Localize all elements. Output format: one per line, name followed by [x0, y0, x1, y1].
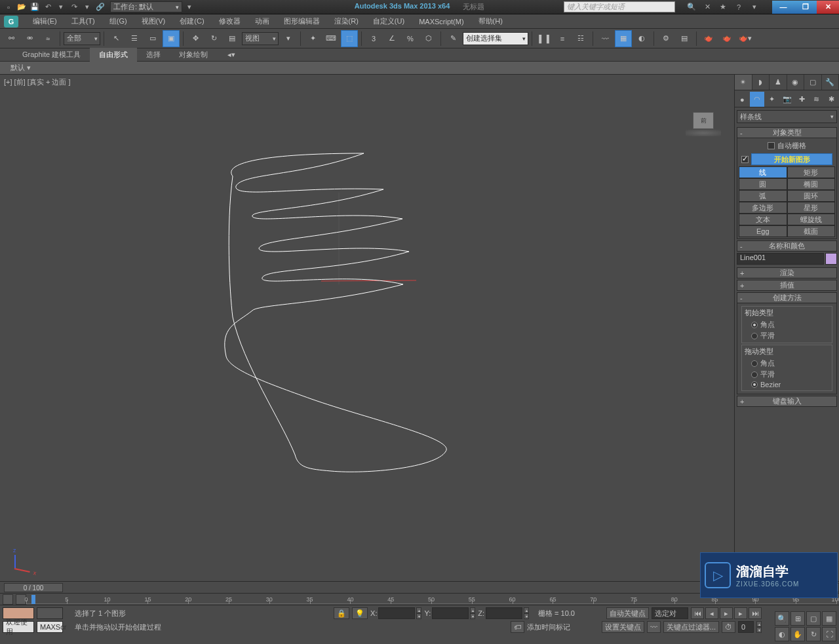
drag-bezier-radio[interactable] — [751, 381, 758, 388]
menu-views[interactable]: 视图(V) — [135, 15, 172, 28]
anim-play-icon[interactable]: ▸ — [720, 607, 733, 619]
shape-button-圆[interactable]: 圆 — [739, 178, 787, 190]
key-filters-button[interactable]: 关键点过滤器... — [663, 621, 719, 633]
menu-animation[interactable]: 动画 — [248, 15, 276, 28]
align-icon[interactable]: ≡ — [554, 30, 571, 47]
cp-sub-geometry-icon[interactable]: ● — [735, 92, 750, 107]
open-file-icon[interactable]: 📂 — [16, 2, 28, 12]
search-go-icon[interactable]: 🔍 — [686, 2, 697, 12]
lock-selection-icon[interactable]: 🔒 — [334, 607, 349, 619]
help-flyout-icon[interactable]: ▾ — [749, 2, 760, 12]
selection-filter-dropdown[interactable]: 全部 — [64, 32, 100, 45]
named-selection-dropdown[interactable]: 创建选择集 — [463, 32, 528, 45]
time-slider[interactable]: 0 / 100 — [4, 583, 63, 592]
menu-edit[interactable]: 编辑(E) — [26, 15, 64, 28]
new-file-icon[interactable]: ▫ — [3, 2, 14, 12]
nav-zoom-icon[interactable]: 🔍 — [775, 611, 789, 626]
start-new-shape-button[interactable]: 开始新图形 — [751, 153, 832, 165]
bind-space-warp-icon[interactable]: ≈ — [39, 30, 56, 47]
exchange-icon[interactable]: ✕ — [701, 2, 713, 12]
anim-prev-frame-icon[interactable]: ◂ — [705, 607, 718, 619]
manipulate-icon[interactable]: ✦ — [304, 30, 321, 47]
menu-customize[interactable]: 自定义(U) — [366, 15, 411, 28]
isolate-icon[interactable]: 💡 — [352, 607, 368, 619]
menu-help[interactable]: 帮助(H) — [472, 15, 509, 28]
coord-y-input[interactable] — [432, 607, 469, 619]
object-name-input[interactable]: Line001 — [737, 253, 824, 265]
undo-icon[interactable]: ↶ — [42, 2, 54, 12]
key-filters-icon[interactable]: 〰 — [647, 621, 661, 633]
menu-group[interactable]: 组(G) — [103, 15, 134, 28]
select-by-name-icon[interactable]: ☰ — [126, 30, 143, 47]
help-icon[interactable]: ? — [733, 2, 745, 12]
pivot-center-icon[interactable]: ▾ — [280, 30, 297, 47]
rollout-creation-method-header[interactable]: -创建方法 — [737, 292, 837, 303]
rollout-interpolation-header[interactable]: +插值 — [737, 280, 837, 291]
layers-icon[interactable]: ☷ — [572, 30, 589, 47]
render-iterative-icon[interactable]: 🫖 — [718, 30, 735, 47]
auto-grid-checkbox[interactable] — [768, 142, 775, 149]
time-config-icon[interactable]: ⏱ — [722, 621, 735, 633]
anim-next-frame-icon[interactable]: ▸ — [734, 607, 747, 619]
cp-sub-lights-icon[interactable]: ✦ — [764, 92, 779, 107]
nav-orbit-icon[interactable]: ↻ — [806, 627, 821, 641]
rollout-keyboard-entry-header[interactable]: +键盘输入 — [737, 396, 837, 407]
shape-button-椭圆[interactable]: 椭圆 — [787, 178, 836, 190]
redo-icon[interactable]: ↷ — [68, 2, 80, 12]
undo-flyout-icon[interactable]: ▾ — [55, 2, 67, 12]
keyboard-shortcut-icon[interactable]: ⌨ — [322, 30, 340, 47]
ribbon-collapse-icon[interactable]: ◂▾ — [224, 48, 239, 61]
cp-tab-motion-icon[interactable]: ◉ — [787, 75, 805, 90]
shape-button-Egg[interactable]: Egg — [739, 225, 787, 237]
curve-editor-icon[interactable]: 〰 — [596, 30, 614, 47]
scale-tool-icon[interactable]: ▤ — [224, 30, 241, 47]
set-key-button[interactable]: 设置关键点 — [602, 621, 644, 633]
material-editor-icon[interactable]: ◐ — [633, 30, 650, 47]
link-tool-icon[interactable]: ⚯ — [3, 30, 20, 47]
shape-button-圆环[interactable]: 圆环 — [787, 190, 836, 202]
close-button[interactable]: ✕ — [817, 1, 839, 14]
initial-corner-radio[interactable] — [751, 322, 758, 328]
percent-snap-icon[interactable]: % — [402, 30, 419, 47]
shape-button-截面[interactable]: 截面 — [787, 225, 836, 237]
cp-sub-shapes-icon[interactable]: ◠ — [750, 92, 765, 107]
cp-tab-utilities-icon[interactable]: 🔧 — [822, 75, 840, 90]
auto-key-button[interactable]: 自动关键点 — [606, 607, 649, 619]
cp-tab-modify-icon[interactable]: ◗ — [752, 75, 770, 90]
ribbon-tab-object-paint[interactable]: 对象绘制 — [170, 48, 217, 62]
menu-rendering[interactable]: 渲染(R) — [328, 15, 365, 28]
schematic-view-icon[interactable]: ▦ — [615, 30, 632, 47]
named-selection-edit-icon[interactable]: ✎ — [444, 30, 461, 47]
cp-subcategory-dropdown[interactable]: 样条线 — [737, 110, 837, 123]
mirror-icon[interactable]: ▌▐ — [536, 30, 553, 47]
move-tool-icon[interactable]: ✥ — [187, 30, 204, 47]
ribbon-tab-freeform[interactable]: 自由形式 — [90, 48, 137, 62]
nav-pan-icon[interactable]: ✋ — [790, 627, 805, 641]
spinner-snap-icon[interactable]: ⬡ — [420, 30, 437, 47]
key-mode-dropdown[interactable]: 选定对 — [652, 607, 688, 619]
nav-zoom-extents-all-icon[interactable]: ▦ — [822, 611, 836, 626]
nav-maximize-icon[interactable]: ⛶ — [822, 627, 836, 641]
rectangular-region-icon[interactable]: ▭ — [144, 30, 161, 47]
menu-graph-editors[interactable]: 图形编辑器 — [277, 15, 326, 28]
redo-flyout-icon[interactable]: ▾ — [81, 2, 93, 12]
shape-button-文本[interactable]: 文本 — [739, 214, 787, 225]
snap-3d-icon[interactable]: 3 — [365, 30, 382, 47]
cp-tab-create-icon[interactable]: ✴ — [735, 75, 752, 90]
shape-button-多边形[interactable]: 多边形 — [739, 202, 787, 214]
track-frame-marker[interactable] — [31, 595, 35, 604]
drag-corner-radio[interactable] — [751, 360, 758, 367]
cp-sub-systems-icon[interactable]: ✱ — [824, 92, 839, 107]
select-object-icon[interactable]: ↖ — [107, 30, 125, 47]
initial-smooth-radio[interactable] — [751, 333, 758, 339]
rotate-tool-icon[interactable]: ↻ — [205, 30, 222, 47]
unlink-tool-icon[interactable]: ⚮ — [21, 30, 38, 47]
start-new-shape-checkbox[interactable] — [741, 156, 749, 163]
track-mini-curve-icon[interactable] — [3, 594, 13, 605]
add-time-tag-label[interactable]: 添加时间标记 — [527, 622, 570, 632]
object-color-swatch[interactable] — [825, 253, 837, 265]
maxscript-mini-listener[interactable] — [37, 607, 63, 619]
shape-button-星形[interactable]: 星形 — [787, 202, 836, 214]
render-setup-icon[interactable]: ⚙ — [657, 30, 674, 47]
cp-sub-spacewarps-icon[interactable]: ≋ — [810, 92, 825, 107]
